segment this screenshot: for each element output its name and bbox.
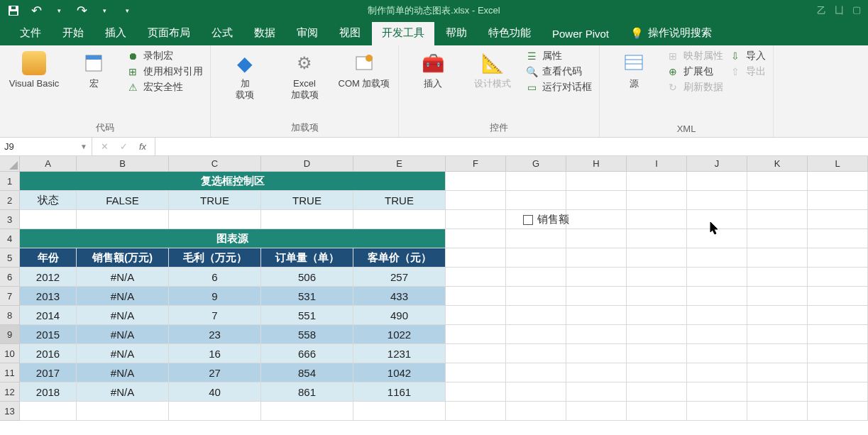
cell[interactable] (808, 248, 868, 268)
column-header-H[interactable]: H (566, 156, 627, 172)
cell[interactable] (808, 306, 868, 325)
cell[interactable]: 年份 (20, 248, 77, 268)
tab-数据[interactable]: 数据 (244, 22, 285, 45)
cell[interactable]: 551 (261, 306, 353, 325)
redo-icon[interactable]: ↷ (74, 3, 89, 18)
cell[interactable]: #N/A (77, 344, 169, 363)
cell[interactable]: 854 (261, 363, 353, 382)
cell[interactable] (687, 172, 747, 191)
cell[interactable] (747, 306, 808, 325)
column-header-B[interactable]: B (77, 156, 169, 172)
ribbon-属性[interactable]: ☰属性 (525, 50, 592, 62)
cell[interactable] (627, 325, 687, 344)
cell[interactable]: 23 (169, 325, 261, 344)
row-header-6[interactable]: 6 (0, 268, 20, 287)
cell[interactable] (747, 191, 808, 210)
caret-down-icon[interactable]: ▾ (51, 3, 67, 18)
column-header-E[interactable]: E (353, 156, 446, 172)
cell[interactable] (808, 172, 868, 191)
ribbon-使用相对引用[interactable]: ⊞使用相对引用 (126, 65, 203, 78)
cell[interactable]: #N/A (77, 268, 169, 287)
column-header-K[interactable]: K (747, 156, 808, 172)
cell[interactable] (566, 306, 627, 325)
cell[interactable] (747, 363, 808, 382)
cell[interactable]: TRUE (169, 191, 261, 210)
cell[interactable] (627, 268, 687, 287)
cell[interactable]: 2012 (20, 268, 77, 287)
tab-插入[interactable]: 插入 (95, 22, 136, 45)
cell[interactable] (446, 248, 506, 268)
cell[interactable] (566, 248, 627, 268)
cell[interactable] (747, 248, 808, 268)
cell[interactable] (446, 268, 506, 287)
cell[interactable]: 1022 (353, 325, 446, 344)
cell[interactable]: 861 (261, 382, 353, 402)
tab-视图[interactable]: 视图 (329, 22, 370, 45)
cell[interactable] (627, 402, 687, 421)
cell[interactable] (627, 210, 687, 229)
cell[interactable] (446, 306, 506, 325)
cell[interactable]: 666 (261, 344, 353, 363)
ribbon-宏安全性[interactable]: ⚠宏安全性 (126, 81, 203, 94)
enter-icon[interactable]: ✓ (120, 141, 128, 152)
row-header-4[interactable]: 4 (0, 229, 20, 248)
cell[interactable] (566, 382, 627, 402)
cell[interactable] (687, 382, 747, 402)
cell[interactable]: 2017 (20, 363, 77, 382)
minimize-icon[interactable]: 乙 (817, 4, 826, 17)
cell[interactable] (747, 210, 808, 229)
select-all-triangle[interactable] (0, 156, 20, 172)
cell[interactable] (446, 344, 506, 363)
tab-特色功能[interactable]: 特色功能 (478, 22, 541, 45)
cell[interactable] (627, 191, 687, 210)
ribbon-VisualBasic[interactable]: Visual Basic (7, 48, 61, 89)
cell[interactable] (77, 402, 169, 421)
cell[interactable] (446, 325, 506, 344)
cell[interactable]: 9 (169, 287, 261, 306)
cell[interactable]: 销售额(万元) (77, 248, 169, 268)
cell[interactable] (566, 268, 627, 287)
cell[interactable]: 433 (353, 287, 446, 306)
ribbon-扩展包[interactable]: ⊕扩展包 (666, 65, 723, 78)
cell[interactable]: 2013 (20, 287, 77, 306)
cell[interactable]: 状态 (20, 191, 77, 210)
cell[interactable]: 订单量（单） (261, 248, 353, 268)
column-header-L[interactable]: L (808, 156, 868, 172)
column-header-C[interactable]: C (169, 156, 261, 172)
cell[interactable]: 复选框控制区 (20, 172, 446, 191)
cell[interactable] (506, 402, 566, 421)
row-header-10[interactable]: 10 (0, 344, 20, 363)
tab-审阅[interactable]: 审阅 (287, 22, 328, 45)
cell[interactable]: TRUE (353, 191, 446, 210)
cell[interactable] (687, 191, 747, 210)
cell[interactable] (808, 229, 868, 248)
cell[interactable]: 40 (169, 382, 261, 402)
cell[interactable] (446, 210, 506, 229)
cell[interactable] (627, 382, 687, 402)
tab-开始[interactable]: 开始 (53, 22, 94, 45)
cell[interactable] (566, 363, 627, 382)
cell[interactable] (808, 268, 868, 287)
cell[interactable] (747, 268, 808, 287)
cell[interactable] (506, 382, 566, 402)
cell[interactable]: 1161 (353, 382, 446, 402)
cell[interactable] (169, 210, 261, 229)
cell[interactable] (261, 210, 353, 229)
ribbon-源[interactable]: 源 (607, 48, 661, 89)
cell[interactable] (506, 172, 566, 191)
cell[interactable] (446, 172, 506, 191)
save-icon[interactable] (6, 3, 21, 18)
cell[interactable]: #N/A (77, 306, 169, 325)
cell[interactable] (506, 191, 566, 210)
cell[interactable]: 2018 (20, 382, 77, 402)
cell[interactable] (808, 325, 868, 344)
cell[interactable] (747, 344, 808, 363)
cell[interactable] (627, 248, 687, 268)
cell[interactable]: 506 (261, 268, 353, 287)
undo-icon[interactable]: ↶ (28, 3, 44, 18)
cell[interactable] (446, 382, 506, 402)
cell[interactable] (566, 325, 627, 344)
ribbon-Excel加载项[interactable]: ⚙Excel 加载项 (278, 48, 331, 100)
cell[interactable]: 客单价（元） (353, 248, 446, 268)
cell[interactable]: #N/A (77, 325, 169, 344)
